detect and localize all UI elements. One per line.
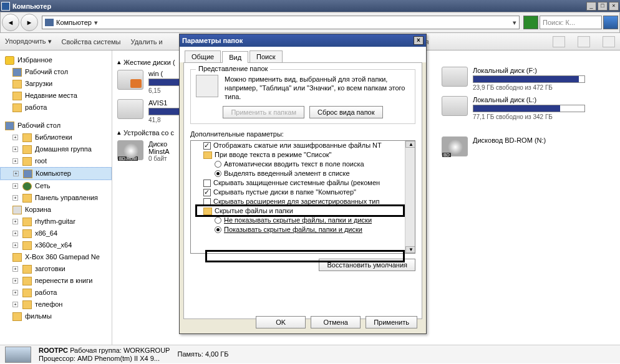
minimize-button[interactable]: _: [586, 2, 596, 11]
organize-menu[interactable]: Упорядочить ▾: [5, 37, 52, 46]
back-button[interactable]: ◄: [2, 14, 19, 31]
maximize-button[interactable]: □: [598, 2, 608, 11]
sidebar-item-root[interactable]: +root: [0, 155, 112, 167]
tree-item[interactable]: При вводе текста в режиме "Список": [191, 150, 415, 160]
search-button[interactable]: [603, 16, 618, 29]
ok-button[interactable]: OK: [256, 316, 306, 328]
expander-icon[interactable]: +: [13, 171, 19, 176]
checkbox-icon[interactable]: [203, 180, 211, 187]
sidebar-item-work[interactable]: работа: [0, 102, 112, 113]
tree-item-hide-protected[interactable]: Скрывать защищенные системные файлы (рек…: [191, 178, 415, 188]
status-text: ROOTPC Рабочая группа: WORKGROUP Процесс…: [39, 347, 170, 363]
expander-icon[interactable]: +: [12, 195, 18, 201]
sidebar-item[interactable]: +rhythm-guitar: [0, 216, 112, 228]
forward-button[interactable]: ►: [21, 14, 38, 31]
tree-item[interactable]: Автоматически вводить текст в поле поиск…: [191, 160, 415, 169]
folder-icon: [22, 277, 32, 285]
address-dropdown-icon: ▾: [94, 19, 98, 27]
system-properties[interactable]: Свойства системы: [62, 38, 121, 46]
advanced-params-tree[interactable]: Отображать сжатые или зашифрованные файл…: [190, 140, 415, 254]
sidebar-item[interactable]: +перенести в книги: [0, 275, 112, 287]
drive-item[interactable]: Локальный диск (F:) 23,9 ГБ свободно из …: [442, 67, 615, 91]
search-input[interactable]: Поиск: К...: [540, 16, 602, 29]
expander-icon[interactable]: +: [12, 135, 18, 140]
preview-pane-icon[interactable]: [578, 36, 590, 47]
tab-general[interactable]: Общие: [185, 50, 221, 62]
folder-icon: [22, 229, 32, 238]
computer-icon: [45, 19, 54, 26]
drive-item[interactable]: Локальный диск (L:) 77,1 ГБ свободно из …: [442, 96, 615, 120]
drive-icon: [442, 96, 468, 116]
sidebar-favorites-header[interactable]: Избранное: [0, 54, 112, 66]
sidebar-item[interactable]: +x360ce_x64: [0, 239, 112, 251]
checkbox-icon[interactable]: [203, 189, 211, 196]
folder-icon: [22, 241, 32, 250]
sidebar-item-computer[interactable]: +Компьютер: [0, 167, 112, 180]
radio-icon[interactable]: [215, 217, 221, 224]
tree-item[interactable]: Не показывать скрытые файлы, папки и дис…: [191, 216, 415, 225]
status-memory: Память: 4,00 ГБ: [177, 350, 228, 358]
device-item[interactable]: BD Дисковод BD-ROM (N:): [442, 136, 615, 156]
expander-icon[interactable]: +: [12, 266, 18, 272]
dialog-titlebar[interactable]: Параметры папок ×: [180, 34, 426, 47]
tree-item[interactable]: Скрывать расширения для зарегистрированн…: [191, 197, 415, 206]
folder-icon: [12, 312, 22, 321]
scrollbar[interactable]: [405, 141, 415, 253]
tree-item[interactable]: Скрывать пустые диски в папке "Компьютер…: [191, 188, 415, 197]
tab-search[interactable]: Поиск: [249, 50, 282, 62]
apply-button[interactable]: Применить: [366, 316, 417, 328]
radio-icon[interactable]: [215, 161, 221, 168]
sidebar-item[interactable]: +x86_64: [0, 228, 112, 239]
address-bar[interactable]: Компьютер ▾ ▾: [42, 16, 520, 29]
sidebar-desktop-header[interactable]: Рабочий стол: [0, 120, 112, 132]
radio-icon[interactable]: [215, 170, 221, 177]
drive-icon: [117, 70, 143, 90]
refresh-button[interactable]: [523, 16, 538, 29]
expander-icon[interactable]: +: [12, 158, 18, 164]
apply-to-folders-button[interactable]: Применить к папкам: [223, 106, 304, 118]
folder-options-dialog: Параметры папок × Общие Вид Поиск Предст…: [179, 34, 427, 334]
expander-icon[interactable]: +: [12, 219, 18, 224]
sidebar: Избранное Рабочий стол Загрузки Недавние…: [0, 50, 112, 345]
expander-icon[interactable]: +: [12, 242, 18, 248]
expander-icon[interactable]: +: [12, 231, 18, 236]
sidebar-item[interactable]: фильмы: [0, 310, 112, 322]
close-button[interactable]: ×: [609, 2, 619, 11]
sidebar-item-libraries[interactable]: +Библиотеки: [0, 132, 112, 143]
expander-icon[interactable]: +: [12, 302, 18, 307]
sidebar-item[interactable]: +работа: [0, 287, 112, 299]
help-icon[interactable]: [603, 36, 615, 47]
sidebar-item-network[interactable]: +Сеть: [0, 180, 112, 192]
tree-item[interactable]: Выделять введенный элемент в списке: [191, 169, 415, 178]
bdrom-icon: BD-ROM: [117, 140, 143, 160]
tree-item-show-hidden[interactable]: Показывать скрытые файлы, папки и диски: [191, 225, 415, 234]
checkbox-icon[interactable]: [203, 142, 211, 150]
restore-defaults-button[interactable]: Восстановить умолчания: [319, 259, 415, 271]
sidebar-item-downloads[interactable]: Загрузки: [0, 78, 112, 90]
sidebar-item[interactable]: +заготовки: [0, 263, 112, 275]
expander-icon[interactable]: +: [12, 290, 18, 295]
cancel-button[interactable]: Отмена: [311, 316, 361, 328]
sidebar-item[interactable]: +телефон: [0, 299, 112, 310]
view-menu-icon[interactable]: [553, 36, 565, 47]
tab-view[interactable]: Вид: [222, 51, 248, 63]
dialog-tabs: Общие Вид Поиск: [180, 47, 426, 62]
sidebar-item-recycle[interactable]: Корзина: [0, 204, 112, 216]
sidebar-item-homegroup[interactable]: +Домашняя группа: [0, 143, 112, 155]
checkbox-icon[interactable]: [203, 198, 211, 206]
radio-icon[interactable]: [215, 226, 221, 233]
sidebar-item-desktop[interactable]: Рабочий стол: [0, 66, 112, 78]
expander-icon[interactable]: +: [12, 278, 18, 284]
expander-icon[interactable]: +: [12, 146, 18, 152]
tree-item[interactable]: Отображать сжатые или зашифрованные файл…: [191, 141, 415, 150]
sidebar-item[interactable]: X-Box 360 Gamepad Ne: [0, 251, 112, 263]
reset-folder-view-button[interactable]: Сброс вида папок: [309, 106, 383, 118]
tree-item[interactable]: Скрытые файлы и папки: [191, 206, 415, 216]
expander-icon[interactable]: +: [12, 183, 18, 189]
sidebar-item-recent[interactable]: Недавние места: [0, 90, 112, 102]
folder-icon: [22, 218, 32, 226]
dialog-close-button[interactable]: ×: [414, 36, 424, 45]
address-history-icon[interactable]: ▾: [513, 19, 516, 27]
sidebar-item-controlpanel[interactable]: +Панель управления: [0, 192, 112, 204]
uninstall-programs[interactable]: Удалить и: [131, 38, 163, 46]
